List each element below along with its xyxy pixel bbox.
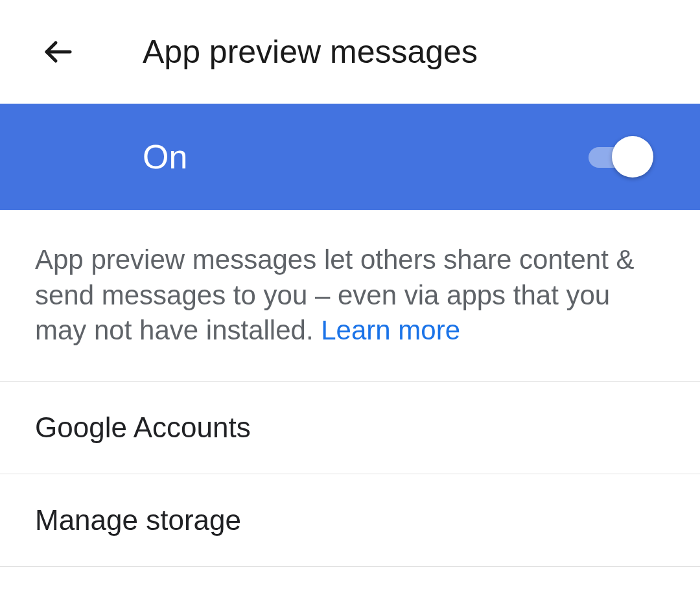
page-title: App preview messages [143, 33, 478, 71]
toggle-thumb [612, 136, 653, 178]
list-item-label: Google Accounts [35, 411, 251, 443]
header: App preview messages [0, 0, 700, 104]
learn-more-link[interactable]: Learn more [321, 315, 460, 345]
description-section: App preview messages let others share co… [0, 210, 700, 382]
description-text: App preview messages let others share co… [35, 242, 665, 349]
list-item-manage-storage[interactable]: Manage storage [0, 474, 700, 567]
back-button[interactable] [39, 32, 78, 71]
back-arrow-icon [43, 36, 74, 67]
list-item-google-accounts[interactable]: Google Accounts [0, 382, 700, 474]
toggle-label: On [143, 137, 187, 176]
list-item-label: Manage storage [35, 504, 241, 536]
toggle-bar[interactable]: On [0, 104, 700, 210]
toggle-switch[interactable] [589, 143, 653, 171]
